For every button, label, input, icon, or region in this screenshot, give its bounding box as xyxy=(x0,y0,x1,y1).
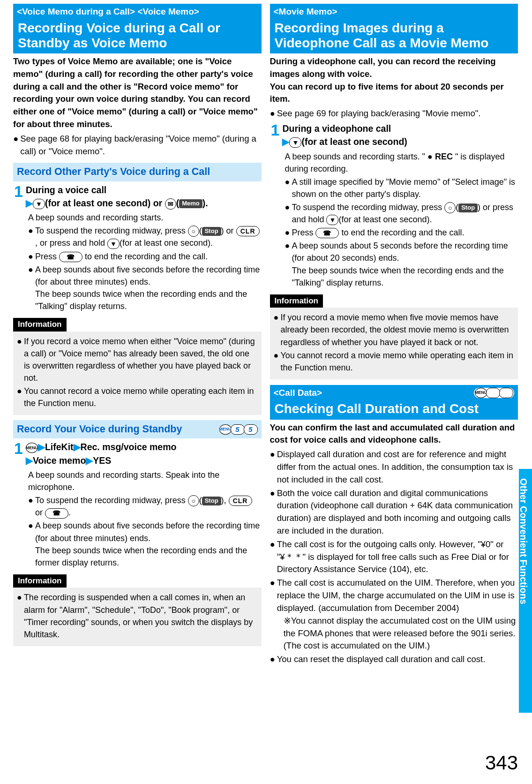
left-column: <Voice Memo during a Call> <Voice Memo> … xyxy=(13,4,262,667)
center-key-icon: ○ xyxy=(444,202,456,213)
step-1-videophone-content: A beep sounds and recording starts. " ● … xyxy=(270,151,518,289)
subheader-record-other-party: Record Other Party's Voice during a Call xyxy=(13,163,262,181)
call-data-bullet: ●Both the voice call duration and digita… xyxy=(270,487,518,537)
end-key-icon: ☎ xyxy=(315,228,339,238)
information-box-3: ●If you record a movie memo when five mo… xyxy=(270,308,518,379)
clr-key-icon: CLR xyxy=(236,226,260,236)
step-number: 1 xyxy=(13,183,26,210)
step-title: During a videophone call ▶▼(for at least… xyxy=(282,122,518,149)
right-column: <Movie Memo> Recording Images during a V… xyxy=(270,4,518,667)
continued-arrow-icon: ▶ xyxy=(519,691,529,701)
down-key-icon: ▼ xyxy=(326,215,338,225)
call-data-bullet: ●The call cost is accumulated on the UIM… xyxy=(270,577,518,652)
step-title: During a voice call ▶▼(for at least one … xyxy=(26,183,262,210)
intro-call-data: You can confirm the last and accumulated… xyxy=(270,420,518,448)
menu-key-icon: MENU xyxy=(26,443,38,453)
hero-call-data: Checking Call Duration and Cost xyxy=(270,400,518,419)
rec-indicator-icon: ● xyxy=(427,152,435,161)
menu-shortcut-61: MENU61 xyxy=(474,388,514,398)
center-key-icon: ○ xyxy=(188,495,199,506)
note-see-page-69: ●See page 69 for playing back/erasing "M… xyxy=(270,107,518,120)
continued-label: Continued▶ xyxy=(517,647,530,701)
step-1-videophone: 1 During a videophone call ▶▼(for at lea… xyxy=(270,122,518,149)
down-key-icon: ▼ xyxy=(289,137,301,148)
step-number: 1 xyxy=(13,440,26,467)
call-data-bullet: ●Displayed call duration and cost are fo… xyxy=(270,448,518,486)
step-1-standby: 1 MENU▶LifeKit▶Rec. msg/voice memo ▶Voic… xyxy=(13,440,262,467)
information-box-1: ●If you record a voice memo when either … xyxy=(13,332,262,415)
step-1-standby-content: A beep sounds and recording starts. Spea… xyxy=(13,469,262,569)
hero-voice-memo: Recording Voice during a Call or Standby… xyxy=(13,20,262,53)
hero-movie-memo: Recording Images during a Videophone Cal… xyxy=(270,20,518,53)
step-title-nav: MENU▶LifeKit▶Rec. msg/voice memo ▶Voice … xyxy=(26,440,262,467)
memo-softkey-label: Memo xyxy=(179,199,202,208)
end-key-icon: ☎ xyxy=(45,508,68,519)
information-box-2: ●The recording is suspended when a call … xyxy=(13,588,262,646)
clr-key-icon: CLR xyxy=(229,496,252,506)
stop-softkey-label: Stop xyxy=(458,204,478,212)
menu-shortcut-55: MENU55 xyxy=(219,424,258,435)
intro-movie-memo: During a videophone call, you can record… xyxy=(270,53,518,106)
stop-softkey-label: Stop xyxy=(202,497,221,505)
breadcrumb-movie-memo: <Movie Memo> xyxy=(270,4,518,20)
intro-voice-memo: Two types of Voice Memo are available; o… xyxy=(13,53,262,132)
information-label: Information xyxy=(13,318,67,332)
subheader-record-your-voice: Record Your Voice during Standby MENU55 xyxy=(13,420,262,438)
step-1-content: A beep sounds and recording starts. ●To … xyxy=(13,211,262,312)
breadcrumb-call-data: <Call Data> MENU61 xyxy=(270,385,518,401)
side-tab-label: Other Convenient Functions . xyxy=(517,478,530,612)
down-key-icon: ▼ xyxy=(107,239,120,249)
stop-softkey-label: Stop xyxy=(202,227,221,236)
center-key-icon: ○ xyxy=(188,226,199,237)
information-label: Information xyxy=(13,574,67,588)
end-key-icon: ☎ xyxy=(59,252,82,262)
down-key-icon: ▼ xyxy=(33,199,45,209)
step-1-during-call: 1 During a voice call ▶▼(for at least on… xyxy=(13,183,262,210)
page-number: 343 xyxy=(485,749,518,777)
step-number: 1 xyxy=(270,122,283,149)
call-data-bullet: ●The call cost is for the outgoing calls… xyxy=(270,538,518,576)
breadcrumb-voice-memo: <Voice Memo during a Call> <Voice Memo> xyxy=(13,4,262,20)
mail-key-icon: ✉ xyxy=(165,198,176,210)
call-data-bullet: ●You can reset the displayed call durati… xyxy=(270,653,518,666)
note-see-page-68: ●See page 68 for playing back/erasing "V… xyxy=(13,133,262,158)
information-label: Information xyxy=(270,294,323,308)
